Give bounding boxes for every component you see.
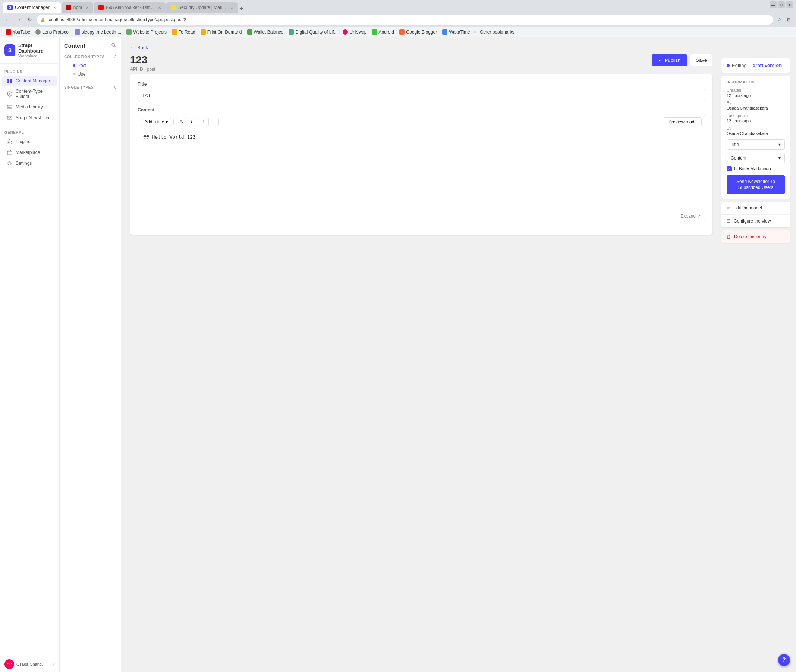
bookmark-sleepyi[interactable]: sleepyi.me bedtim... bbox=[73, 29, 124, 35]
tab-title-alan-walker: (69) Alan Walker - Different Wor... bbox=[106, 5, 154, 10]
forward-button[interactable]: → bbox=[14, 15, 23, 24]
back-link[interactable]: ← Back bbox=[130, 45, 713, 50]
collection-item-post[interactable]: Post bbox=[70, 61, 116, 70]
logo-text: Strapi Dashboard Workplace bbox=[18, 43, 55, 58]
toolbar-divider-1 bbox=[173, 119, 174, 125]
tab-close-mailchimp[interactable]: ✕ bbox=[231, 6, 234, 10]
tab-content-manager[interactable]: S Content Manager ✕ bbox=[3, 2, 61, 13]
api-id-value: post bbox=[147, 67, 155, 72]
sidebar-item-content-type-builder[interactable]: Content-Type Builder bbox=[2, 86, 57, 101]
bookmark-youtube[interactable]: YouTube bbox=[4, 29, 32, 35]
entry-id: 123 bbox=[130, 54, 155, 66]
editor-content[interactable]: ## Hello World 123 bbox=[138, 129, 705, 211]
created-value: 12 hours ago bbox=[727, 93, 785, 98]
sidebar-logo: S Strapi Dashboard Workplace bbox=[0, 37, 59, 64]
edit-model-link[interactable]: ✏ Edit the model bbox=[721, 202, 790, 215]
underline-button[interactable]: U bbox=[197, 118, 207, 126]
preview-mode-button[interactable]: Preview mode bbox=[664, 117, 702, 126]
browser-toolbar: ← → ↻ 🔒 localhost:8000/admin/content-man… bbox=[0, 13, 796, 27]
bookmark-website-projects[interactable]: Website Projects bbox=[124, 29, 169, 35]
by-label-2: By bbox=[727, 126, 785, 130]
sidebar-item-media-library[interactable]: Media Library bbox=[2, 102, 57, 112]
last-update-row: Last update 12 hours ago bbox=[727, 113, 785, 123]
tab-close-alan-walker[interactable]: ✕ bbox=[158, 6, 161, 10]
help-button[interactable]: ? bbox=[778, 654, 790, 666]
svg-rect-8 bbox=[8, 151, 12, 155]
collection-item-post-label: Post bbox=[78, 63, 86, 68]
updated-by-value: Osada Chandrasekara bbox=[727, 131, 785, 136]
close-button[interactable]: ✕ bbox=[786, 2, 793, 8]
content-field-group: Content Add a title ▾ B I U ... bbox=[138, 107, 705, 221]
add-title-button[interactable]: Add a title ▾ bbox=[141, 118, 171, 126]
bookmark-print-on-demand[interactable]: Print On Demand bbox=[199, 29, 244, 35]
tab-npm[interactable]: npm ✕ bbox=[61, 2, 93, 13]
is-body-markdown-row: ✓ Is Body Markdown bbox=[727, 166, 785, 171]
address-bar[interactable]: 🔒 localhost:8000/admin/content-manager/c… bbox=[37, 15, 773, 25]
sidebar-item-strapi-newsletter[interactable]: Strapi Newsletter bbox=[2, 112, 57, 123]
maximize-button[interactable]: □ bbox=[778, 2, 785, 8]
tab-mailchimp[interactable]: Security Update | Mailchimp ✕ bbox=[166, 2, 238, 13]
tab-alan-walker[interactable]: (69) Alan Walker - Different Wor... ✕ bbox=[94, 2, 165, 13]
logo-workspace: Workplace bbox=[18, 54, 55, 58]
bookmark-uniswap[interactable]: Uniswap bbox=[340, 29, 369, 35]
sidebar-item-plugins[interactable]: Plugins bbox=[2, 136, 57, 147]
collection-item-user[interactable]: User bbox=[70, 70, 116, 78]
content-dropdown[interactable]: Content ▾ bbox=[727, 153, 785, 163]
logo-app-name: Strapi Dashboard bbox=[18, 43, 55, 54]
title-input[interactable] bbox=[138, 89, 705, 101]
user-avatar: OC bbox=[5, 659, 14, 669]
add-title-chevron-icon: ▾ bbox=[165, 119, 168, 125]
back-button[interactable]: ← bbox=[3, 15, 12, 24]
minimize-button[interactable]: — bbox=[770, 2, 777, 8]
sidebar-item-content-manager[interactable]: Content Manager bbox=[2, 76, 57, 86]
content-search-button[interactable] bbox=[111, 43, 116, 49]
tab-close-content-manager[interactable]: ✕ bbox=[53, 6, 56, 10]
bold-button[interactable]: B bbox=[176, 118, 186, 126]
svg-point-10 bbox=[112, 43, 115, 46]
content-dropdown-value: Content bbox=[731, 155, 746, 161]
extension-icon[interactable]: ⊞ bbox=[785, 16, 793, 24]
more-options-button[interactable]: ... bbox=[208, 118, 219, 126]
refresh-button[interactable]: ↻ bbox=[26, 15, 34, 24]
title-dropdown[interactable]: Title ▾ bbox=[727, 139, 785, 150]
is-body-markdown-label: Is Body Markdown bbox=[734, 166, 771, 171]
bookmark-digital-quality-label: Digital Quality of Lif... bbox=[295, 29, 338, 35]
star-icon[interactable]: ☆ bbox=[775, 16, 783, 24]
save-button[interactable]: Save bbox=[690, 54, 713, 66]
user-name: Osada Chandrase... bbox=[16, 662, 46, 666]
toolbar-actions: ☆ ⊞ bbox=[775, 16, 793, 24]
tab-close-npm[interactable]: ✕ bbox=[86, 6, 89, 10]
publish-button[interactable]: ✓ Publish bbox=[652, 54, 687, 66]
bookmark-sleepyi-label: sleepyi.me bedtim... bbox=[82, 29, 122, 35]
tab-title-mailchimp: Security Update | Mailchimp bbox=[178, 5, 227, 10]
content-editor: Add a title ▾ B I U ... Preview mode ## … bbox=[138, 115, 705, 221]
configure-view-link[interactable]: ☰ Configure the view bbox=[721, 215, 790, 227]
collection-types-count: 2 bbox=[114, 55, 116, 59]
delete-entry-link[interactable]: 🗑 Delete this entry bbox=[721, 230, 790, 243]
bookmark-wallet-balance-label: Wallet Balance bbox=[254, 29, 284, 35]
bookmark-digital-quality[interactable]: Digital Quality of Lif... bbox=[286, 29, 340, 35]
expand-button[interactable]: Expand ⤢ bbox=[681, 214, 701, 219]
bookmark-lens[interactable]: Lens Protocol bbox=[33, 29, 72, 35]
bookmark-wallet-balance[interactable]: Wallet Balance bbox=[245, 29, 286, 35]
sidebar-item-marketplace[interactable]: Marketplace bbox=[2, 147, 57, 158]
italic-button[interactable]: I bbox=[187, 118, 195, 126]
collapse-sidebar-button[interactable]: ‹ bbox=[53, 662, 55, 667]
sidebar-item-settings[interactable]: Settings bbox=[2, 158, 57, 168]
general-label: GENERAL bbox=[0, 128, 59, 136]
add-title-label: Add a title bbox=[144, 119, 164, 125]
bookmark-to-read[interactable]: To Read bbox=[170, 29, 198, 35]
bookmark-other[interactable]: Other bookmarks bbox=[477, 29, 516, 35]
last-update-value: 12 hours ago bbox=[727, 118, 785, 123]
new-tab-button[interactable]: + bbox=[239, 5, 243, 13]
sidebar-nav: PLUGINS Content Manager bbox=[0, 64, 59, 656]
is-body-markdown-checkbox[interactable]: ✓ bbox=[727, 166, 732, 171]
sidebar-item-marketplace-label: Marketplace bbox=[16, 150, 40, 155]
send-newsletter-button[interactable]: Send Newsletter To Subscribed Users bbox=[727, 175, 785, 194]
send-newsletter-label: Send Newsletter To Subscribed Users bbox=[736, 179, 775, 190]
information-label: INFORMATION bbox=[727, 80, 785, 84]
sidebar-item-media-library-label: Media Library bbox=[16, 104, 43, 110]
bookmark-android[interactable]: Android bbox=[370, 29, 396, 35]
bookmark-wakatime[interactable]: WakaTime bbox=[440, 29, 472, 35]
bookmark-blogger[interactable]: Google Blogger bbox=[397, 29, 439, 35]
